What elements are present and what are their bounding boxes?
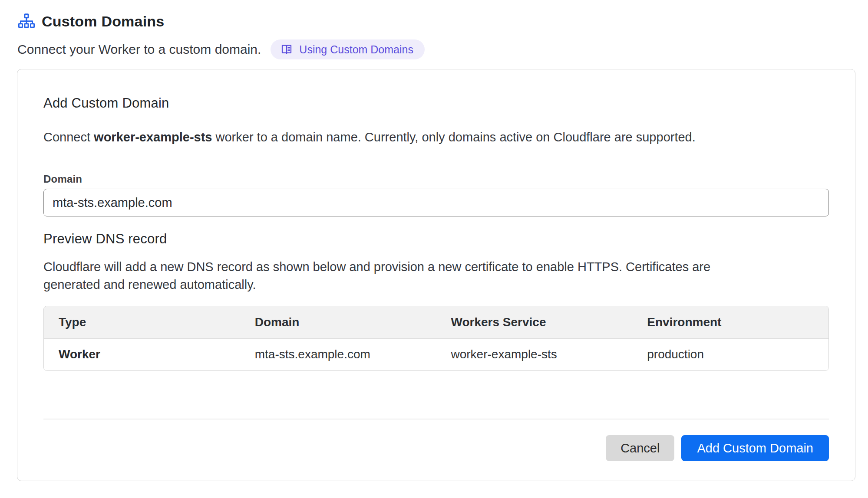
domain-input[interactable] [43,189,829,216]
preview-dns-heading: Preview DNS record [43,231,829,247]
docs-link-badge[interactable]: Using Custom Domains [271,39,425,59]
cancel-button[interactable]: Cancel [606,435,674,461]
column-header-domain: Domain [240,306,436,338]
page-title: Custom Domains [42,13,164,30]
sitemap-icon [18,13,35,30]
column-header-workers-service: Workers Service [436,306,633,338]
add-custom-domain-button[interactable]: Add Custom Domain [681,435,829,461]
card-actions: Cancel Add Custom Domain [43,435,829,461]
table-row: Worker mta-sts.example.com worker-exampl… [44,338,828,370]
cell-type: Worker [44,338,240,370]
cell-environment: production [632,338,828,370]
worker-name: worker-example-sts [94,130,212,144]
intro-text: Connect worker-example-sts worker to a d… [43,128,829,146]
book-icon [280,43,293,56]
cell-domain: mta-sts.example.com [240,338,436,370]
cell-workers-service: worker-example-sts [436,338,633,370]
column-header-environment: Environment [632,306,828,338]
page-subheader: Connect your Worker to a custom domain. … [17,39,855,59]
footer-divider [43,419,829,419]
custom-domains-page: Custom Domains Connect your Worker to a … [0,0,868,481]
card-heading: Add Custom Domain [43,95,829,111]
table-header-row: Type Domain Workers Service Environment [44,306,828,338]
docs-link-label: Using Custom Domains [299,43,413,56]
add-custom-domain-card: Add Custom Domain Connect worker-example… [17,69,855,481]
domain-field-label: Domain [43,173,829,185]
dns-preview-table: Type Domain Workers Service Environment … [43,306,829,371]
page-subtitle: Connect your Worker to a custom domain. [17,42,261,57]
column-header-type: Type [44,306,240,338]
preview-dns-description: Cloudflare will add a new DNS record as … [43,258,734,294]
page-header: Custom Domains [17,13,855,30]
